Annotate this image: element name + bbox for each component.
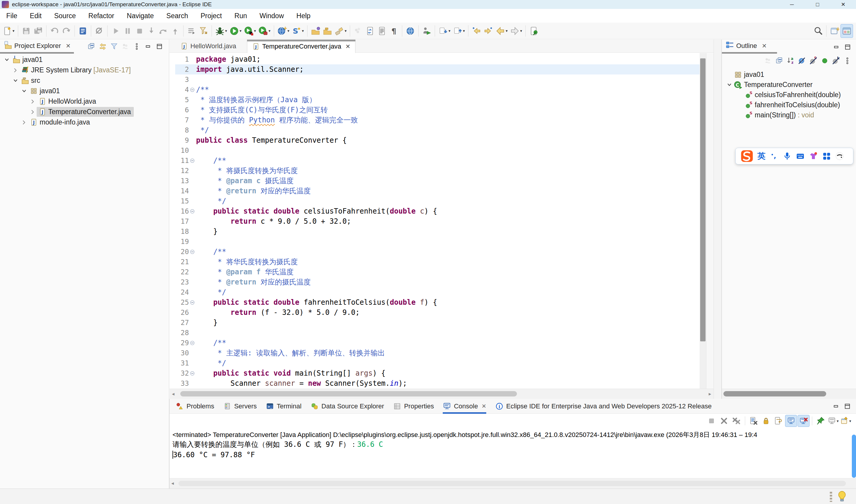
console-scroll-left-icon[interactable]: ◂ (171, 480, 174, 486)
fold-collapse-icon[interactable] (189, 249, 195, 255)
dropdown-arrow-icon[interactable]: ▾ (254, 29, 256, 33)
ime-punctuation-icon[interactable]: , (770, 151, 779, 161)
console-pin-console-icon[interactable] (815, 415, 826, 427)
console-show-stdout-icon[interactable] (785, 415, 797, 427)
toolbar-button-redo[interactable] (60, 24, 72, 38)
editor-outline-sash[interactable] (714, 40, 721, 399)
dropdown-arrow-icon[interactable]: ▾ (345, 29, 347, 33)
console-open-console-icon[interactable]: ▾ (840, 415, 852, 427)
project-explorer-filters-icon[interactable] (108, 41, 120, 52)
chevron-down-icon[interactable] (3, 56, 11, 64)
toolbar-button-commit[interactable]: ▾ (452, 24, 466, 38)
console-tab-eclipse-ide-for-enterprise-java-and-web-[interactable]: iEclipse IDE for Enterprise Java and Web… (495, 399, 712, 414)
outline-view-menu-icon[interactable] (842, 55, 853, 67)
project-explorer-minimize-icon[interactable] (142, 41, 154, 52)
toolbar-button-coverage[interactable]: ▾ (243, 24, 257, 38)
toolbar-button-run[interactable]: ▾ (228, 24, 243, 38)
outline-hide-non-public-icon[interactable] (819, 55, 831, 67)
dropdown-arrow-icon[interactable]: ▾ (849, 419, 851, 423)
toolbar-button-terminate-debug[interactable] (133, 24, 145, 38)
editor-vertical-scrollbar[interactable] (700, 53, 706, 389)
scroll-left-icon[interactable]: ◂ (172, 391, 175, 397)
menu-edit[interactable]: Edit (23, 9, 48, 23)
tab-outline[interactable]: Outline ✕ (726, 41, 767, 51)
menu-file[interactable]: File (0, 9, 23, 23)
console-horizontal-scrollbar-thumb[interactable] (178, 481, 846, 486)
toolbar-button-forward[interactable]: ▾ (509, 24, 523, 38)
menu-help[interactable]: Help (290, 9, 317, 23)
project-explorer-maximize-icon[interactable] (154, 41, 165, 52)
toolbar-button-open-browser[interactable] (404, 24, 416, 38)
toolbar-button-show-whitespace[interactable]: ¶ (388, 24, 400, 38)
console-vertical-scrollbar-thumb[interactable] (852, 435, 856, 478)
chevron-right-icon[interactable] (29, 108, 37, 115)
toolbar-button-pin-editor[interactable] (528, 24, 539, 38)
tab-project-explorer[interactable]: Project Explorer ✕ (4, 41, 71, 51)
toolbar-button-search[interactable] (812, 24, 824, 38)
toolbar-button-new-servlet[interactable]: S▾ (290, 24, 305, 38)
maximize-console-icon[interactable] (842, 401, 853, 412)
outline-horizontal-scrollbar-thumb[interactable] (724, 391, 826, 396)
console-remove-launch-icon[interactable] (718, 415, 730, 427)
editor-horizontal-scrollbar[interactable]: ◂ ▸ (170, 389, 714, 399)
dropdown-arrow-icon[interactable]: ▾ (520, 29, 522, 33)
toolbar-button-external-tools[interactable]: ▾ (257, 24, 272, 38)
toolbar-button-save-all[interactable] (32, 24, 44, 38)
tree-item-helloworld-java[interactable]: JHelloWorld.java (29, 96, 99, 107)
chevron-down-icon[interactable] (12, 77, 19, 84)
tree-item-java01[interactable]: java01 (20, 86, 63, 96)
menu-search[interactable]: Search (160, 9, 194, 23)
toolbar-button-search-flashlight[interactable]: ▾ (334, 24, 348, 38)
ime-mic-icon[interactable] (783, 151, 792, 161)
menu-window[interactable]: Window (253, 9, 290, 23)
maximize-outline-icon[interactable] (842, 41, 853, 53)
close-tab-icon[interactable]: ✕ (345, 43, 351, 50)
fold-collapse-icon[interactable] (189, 158, 195, 164)
close-window-button[interactable]: ✕ (831, 0, 856, 9)
toolbar-button-launch-group[interactable] (185, 24, 198, 38)
toolbar-button-checkout[interactable]: ▾ (437, 24, 452, 38)
toolbar-button-run-on-server[interactable] (421, 24, 433, 38)
dropdown-arrow-icon[interactable]: ▾ (448, 29, 450, 33)
menu-source[interactable]: Source (48, 9, 82, 23)
sogou-logo-icon[interactable] (741, 150, 753, 162)
toolbar-button-step-into[interactable] (145, 24, 157, 38)
close-outline-icon[interactable]: ✕ (762, 42, 767, 50)
outline-sort-icon[interactable]: az (785, 55, 797, 67)
ime-mascot-icon[interactable] (835, 151, 844, 161)
chevron-down-icon[interactable] (726, 81, 733, 88)
chevron-right-icon[interactable] (20, 119, 28, 126)
dropdown-arrow-icon[interactable]: ▾ (463, 29, 465, 33)
code-editor[interactable]: 1package java01;2import java.util.Scanne… (170, 53, 700, 389)
toolbar-button-skip-breakpoints[interactable] (93, 24, 105, 38)
dropdown-arrow-icon[interactable]: ▾ (505, 29, 508, 33)
editor-tab-temperatureconverter-java[interactable]: JTemperatureConverter.java✕ (247, 40, 355, 53)
toolbar-button-open-task[interactable] (77, 24, 89, 38)
minimize-window-button[interactable]: ─ (779, 0, 805, 9)
outline-item-main-string-[interactable]: Smain(String[]) : void (736, 110, 816, 120)
fold-collapse-icon[interactable] (189, 209, 195, 214)
editor-vertical-scrollbar-thumb[interactable] (700, 58, 706, 341)
console-scroll-lock-icon[interactable] (760, 415, 772, 427)
editor-horizontal-scrollbar-thumb[interactable] (180, 391, 517, 396)
project-explorer-view-menu-icon[interactable] (131, 41, 142, 52)
toolbar-button-java-ee-perspective[interactable] (840, 24, 853, 38)
dropdown-arrow-icon[interactable]: ▾ (268, 29, 270, 33)
minimize-console-icon[interactable] (831, 401, 842, 412)
console-tab-servers[interactable]: Servers (223, 399, 257, 414)
toolbar-button-next-edit-location[interactable] (482, 24, 494, 38)
toolbar-button-debug[interactable]: ▾ (214, 24, 229, 38)
tree-item-src[interactable]: src (12, 75, 43, 86)
outline-focus-icon[interactable] (763, 55, 774, 67)
outline-item-celsiustofahrenheit-double-[interactable]: ScelsiusToFahrenheit(double) (736, 90, 843, 100)
console-show-stderr-icon[interactable] (798, 415, 809, 427)
dropdown-arrow-icon[interactable]: ▾ (302, 29, 304, 33)
project-explorer-focus-icon[interactable] (120, 41, 131, 52)
tree-item-temperatureconverter-java[interactable]: JTemperatureConverter.java (29, 107, 134, 117)
ime-language-toggle[interactable]: 英 (757, 151, 765, 161)
chevron-right-icon[interactable] (12, 67, 19, 74)
dropdown-arrow-icon[interactable]: ▾ (13, 29, 15, 33)
project-explorer-link-with-editor-icon[interactable] (97, 41, 108, 52)
outline-item-temperatureconverter[interactable]: CTemperatureConverter (726, 79, 814, 90)
toolbar-button-suspend[interactable] (122, 24, 133, 38)
